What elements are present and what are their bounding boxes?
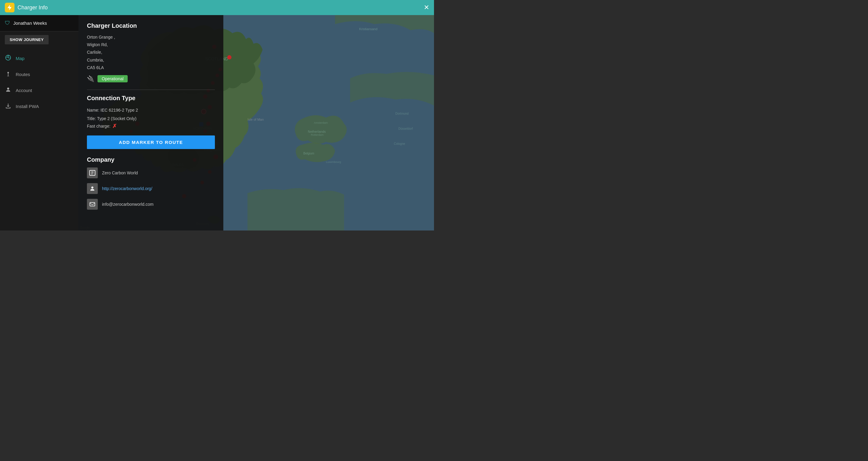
fast-charge-label: Fast charge: (87, 124, 111, 129)
charger-location-title: Charger Location (87, 22, 215, 29)
show-journey-container: SHOW JOURNEY (5, 35, 74, 44)
charger-address: Orton Grange , Wigton Rd, Carlisle, Cumb… (87, 33, 215, 71)
svg-point-47 (91, 187, 94, 189)
header-left: Charger Info (5, 3, 48, 12)
map-icon (5, 55, 11, 62)
sidebar-nav: Map Routes Account (0, 48, 79, 230)
install-icon (5, 103, 11, 110)
email-icon (87, 199, 98, 210)
svg-text:Luxembourg: Luxembourg (326, 161, 341, 164)
show-journey-button[interactable]: SHOW JOURNEY (5, 35, 49, 44)
svg-text:Cologne: Cologne (394, 142, 405, 145)
svg-text:Dortmund: Dortmund (395, 112, 409, 115)
nav-label-account: Account (16, 88, 32, 93)
company-email: info@zerocarbonworld.com (102, 202, 154, 207)
address-line-5: CA5 6LA (87, 64, 215, 71)
connection-type-title: Connection Type (87, 95, 215, 102)
nav-label-routes: Routes (16, 72, 30, 77)
app-logo (5, 3, 14, 12)
svg-text:Kristiansand: Kristiansand (359, 27, 378, 31)
person-icon (87, 183, 98, 194)
add-marker-button[interactable]: ADD MARKER TO ROUTE (87, 135, 215, 149)
shield-icon: 🛡 (5, 20, 10, 26)
sidebar-user: 🛡 Jonathan Weeks (0, 15, 79, 31)
header-bar: Charger Info ✕ (0, 0, 434, 15)
divider-1 (87, 90, 215, 90)
sidebar-item-install[interactable]: Install PWA (0, 98, 79, 114)
address-line-2: Wigton Rd, (87, 41, 215, 48)
routes-icon (5, 71, 11, 78)
sidebar-item-routes[interactable]: Routes (0, 66, 79, 83)
company-name: Zero Carbon World (102, 170, 138, 175)
address-line-3: Carlisle, (87, 48, 215, 56)
svg-point-42 (7, 88, 9, 90)
svg-text:Rotterdam: Rotterdam (311, 133, 323, 136)
sidebar-item-map[interactable]: Map (0, 51, 79, 66)
info-panel: Charger Location Orton Grange , Wigton R… (79, 15, 223, 230)
fast-charge-row: Fast charge: ✗ (87, 123, 215, 129)
svg-text:Amsterdam: Amsterdam (314, 121, 328, 124)
user-name: Jonathan Weeks (13, 21, 47, 26)
close-button[interactable]: ✕ (424, 4, 429, 11)
company-url-link[interactable]: http://zerocarbonworld.org/ (102, 186, 152, 191)
company-section: Company Zero Carbon World http://zerocar… (87, 156, 215, 210)
svg-rect-48 (90, 202, 95, 206)
address-line-1: Orton Grange , (87, 33, 215, 41)
address-line-4: Cumbria, (87, 57, 215, 64)
company-logo-icon (87, 167, 98, 178)
status-badge: Operational (97, 75, 128, 83)
svg-point-41 (7, 72, 9, 73)
company-title: Company (87, 156, 215, 163)
svg-point-19 (227, 55, 231, 60)
plug-icon: 🔌 (87, 75, 94, 83)
header-title: Charger Info (18, 4, 48, 11)
sidebar: 🛡 Jonathan Weeks SHOW JOURNEY Map (0, 15, 79, 230)
company-email-row: info@zerocarbonworld.com (87, 199, 215, 210)
company-name-row: Zero Carbon World (87, 167, 215, 178)
charger-location-section: Charger Location Orton Grange , Wigton R… (87, 22, 215, 83)
nav-label-install: Install PWA (16, 104, 39, 109)
status-row: 🔌 Operational (87, 75, 215, 83)
nav-label-map: Map (16, 56, 25, 61)
connection-type-section: Connection Type Name: IEC 62196-2 Type 2… (87, 95, 215, 129)
company-url-row[interactable]: http://zerocarbonworld.org/ (87, 183, 215, 194)
svg-text:Netherlands: Netherlands (308, 130, 326, 133)
account-icon (5, 87, 11, 94)
sidebar-item-account[interactable]: Account (0, 83, 79, 98)
svg-text:Düsseldorf: Düsseldorf (398, 127, 413, 130)
connection-name: Name: IEC 62196-2 Type 2 (87, 106, 215, 114)
svg-text:Isle of Man: Isle of Man (247, 118, 264, 121)
connection-title: Title: Type 2 (Socket Only) (87, 114, 215, 123)
svg-text:Belgium: Belgium (303, 152, 314, 155)
fast-charge-value-icon: ✗ (112, 123, 117, 129)
